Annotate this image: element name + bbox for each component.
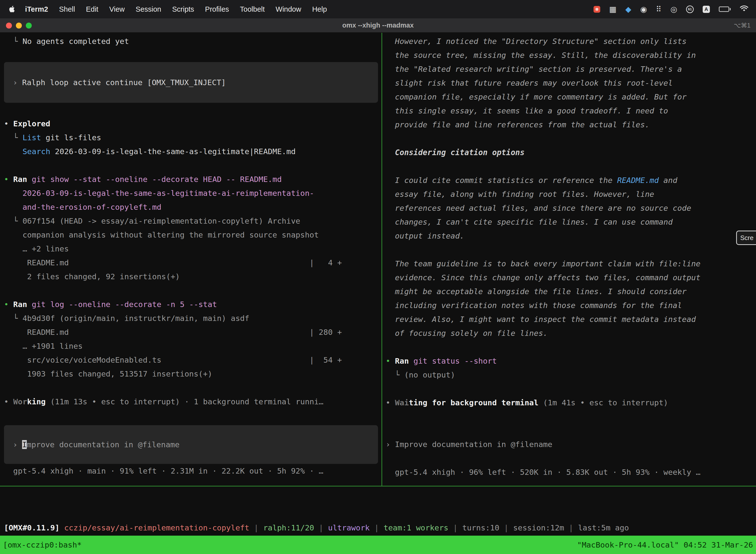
- text-segment: session:12m: [513, 523, 564, 532]
- text-segment: git status --short: [414, 356, 497, 365]
- terminal-line: └ List git ls-files: [4, 130, 381, 145]
- text-segment: └: [4, 37, 22, 46]
- window-title-bar[interactable]: omx --xhigh --madmax ⌥⌘1: [0, 18, 756, 33]
- text-segment: gpt-5.4 xhigh · 96% left · 520K in · 5.8…: [386, 467, 700, 477]
- text-segment: README.md | 4 +: [4, 258, 342, 267]
- text-segment: |: [249, 523, 263, 532]
- menu-item-window[interactable]: Window: [270, 5, 307, 13]
- screen: iTerm2ShellEditViewSessionScriptsProfile…: [0, 0, 756, 554]
- menu-item-help[interactable]: Help: [307, 5, 332, 13]
- text-segment: provide file and line references from th…: [386, 120, 649, 129]
- text-segment: ultrawork: [328, 523, 370, 532]
- text-segment: companion file, especially if more comme…: [386, 92, 687, 101]
- terminal-line: [4, 48, 381, 62]
- terminal-line: • Ran git status --short: [386, 354, 756, 368]
- terminal-line: the "Related research writing" section i…: [386, 62, 756, 76]
- text-segment: └: [386, 370, 404, 379]
- input-source-icon[interactable]: A: [703, 6, 710, 13]
- text-segment: 4b9d30f (origin/main, instructkr/main, m…: [22, 314, 250, 323]
- tmux-status-bar: [omx-cczip0:bash* "MacBook-Pro-44.local"…: [0, 536, 756, 554]
- terminal-line: … +1901 lines: [4, 339, 381, 353]
- text-segment: references need actual files, and since …: [386, 204, 691, 213]
- menu-item-toolbelt[interactable]: Toolbelt: [234, 5, 270, 13]
- terminal-line: • Explored: [4, 117, 381, 130]
- text-segment: evidence. Since this change only affects…: [386, 273, 700, 282]
- terminal-line: └ No agents completed yet: [4, 34, 381, 48]
- right-pane[interactable]: However, I noticed the "Directory Struct…: [382, 33, 756, 486]
- terminal-content: └ No agents completed yet› Ralph loop ac…: [0, 33, 756, 554]
- terminal-line: 1903 files changed, 513517 insertions(+): [4, 367, 381, 381]
- text-segment: Wor: [13, 397, 27, 406]
- tmux-session-name[interactable]: [omx-cczip0:bash*: [3, 540, 82, 549]
- text-segment: Improve documentation in @filename: [395, 440, 552, 449]
- terminal-line: including verification notes with those …: [386, 298, 756, 312]
- dots-grid-icon[interactable]: ⠿: [656, 5, 662, 14]
- terminal-line: and-the-erosion-of-copyleft.md: [4, 200, 381, 214]
- menu-item-iterm2[interactable]: iTerm2: [19, 5, 54, 13]
- menu-item-profiles[interactable]: Profiles: [200, 5, 235, 13]
- terminal-line: gpt-5.4 xhigh · 96% left · 520K in · 5.8…: [386, 465, 756, 479]
- terminal-line: gpt-5.4 xhigh · main · 91% left · 2.31M …: [4, 464, 381, 478]
- terminal-line: companion file, especially if more comme…: [386, 90, 756, 104]
- injected-command-banner[interactable]: › Ralph loop active continue [OMX_TMUX_I…: [4, 62, 378, 103]
- text-segment: •: [4, 175, 13, 184]
- terminal-line: [4, 381, 381, 395]
- text-segment: Ralph loop active continue [OMX_TMUX_INJ…: [22, 78, 226, 87]
- terminal-line: this single essay, it seems like a good …: [386, 104, 756, 118]
- terminal-line: companion analysis without altering the …: [4, 228, 381, 242]
- terminal-line: … +2 lines: [4, 242, 381, 256]
- text-segment: README.md | 280 +: [4, 328, 342, 337]
- text-segment: |: [448, 523, 462, 532]
- left-pane[interactable]: └ No agents completed yet› Ralph loop ac…: [0, 33, 381, 486]
- text-segment: Search: [22, 147, 50, 156]
- text-segment: git log --oneline --decorate -n 5 --stat: [32, 300, 217, 309]
- key-icon[interactable]: ◎: [671, 5, 677, 14]
- text-segment: 1903 files changed, 513517 insertions(+): [4, 369, 212, 378]
- text-segment: the "Related research writing" section i…: [386, 64, 682, 73]
- battery-icon[interactable]: [719, 6, 731, 12]
- menu-item-edit[interactable]: Edit: [80, 5, 104, 13]
- text-segment: [OMX#0.11.9]: [4, 523, 64, 532]
- text-segment: including verification notes with those …: [386, 301, 682, 310]
- text-segment: slight risk that future readers may over…: [386, 78, 673, 88]
- terminal-line: The team guideline is to back every impo…: [386, 257, 756, 271]
- battery-percent-icon[interactable]: 61: [686, 5, 694, 13]
- text-segment: … +2 lines: [4, 244, 69, 253]
- screen-overlay-button[interactable]: Scre: [736, 231, 756, 245]
- terminal-line: 2026-03-09-is-legal-the-same-as-legitima…: [4, 186, 381, 200]
- terminal-line: └ (no output): [386, 368, 756, 382]
- terminal-line: of focusing solely on file lines.: [386, 326, 756, 340]
- text-segment: |: [370, 523, 383, 532]
- terminal-line: README.md | 280 +: [4, 325, 381, 339]
- text-segment: I: [22, 440, 27, 449]
- terminal-line: └ 067f154 (HEAD -> essay/ai-reimplementa…: [4, 214, 381, 228]
- menu-item-session[interactable]: Session: [130, 5, 167, 13]
- terminal-line: evidence. Since this change only affects…: [386, 271, 756, 284]
- terminal-line: the source tree, missing the essay. Stil…: [386, 48, 756, 62]
- text-segment: essay file, along with finding root file…: [386, 189, 654, 199]
- text-segment: The team guideline is to back every impo…: [386, 259, 700, 268]
- text-segment: Ran: [395, 356, 409, 365]
- terminal-line: [386, 409, 756, 424]
- text-segment: List: [22, 133, 41, 142]
- terminal-line: • Working (11m 13s • esc to interrupt) ·…: [4, 395, 381, 408]
- terminal-line: changes, I can't cite specific file line…: [386, 215, 756, 229]
- terminal-line: [386, 131, 756, 146]
- terminal-line: essay file, along with finding root file…: [386, 187, 756, 201]
- prompt-input[interactable]: › Improve documentation in @filename: [4, 425, 378, 464]
- menu-item-view[interactable]: View: [104, 5, 130, 13]
- wifi-icon[interactable]: [740, 5, 749, 14]
- menu-item-shell[interactable]: Shell: [54, 5, 81, 13]
- menu-item-scripts[interactable]: Scripts: [167, 5, 200, 13]
- apple-menu-icon[interactable]: [7, 5, 19, 13]
- screen-recording-indicator[interactable]: [593, 6, 600, 13]
- terminal-line: might be acceptable alongside the file l…: [386, 284, 756, 298]
- text-segment: 2026-03-09-is-legal-the-same-as-legitima…: [50, 147, 296, 156]
- blue-app-icon[interactable]: ◆: [625, 5, 631, 14]
- text-segment: might be acceptable alongside the file l…: [386, 287, 687, 296]
- menu-items: iTerm2ShellEditViewSessionScriptsProfile…: [19, 5, 332, 13]
- window-grid-icon[interactable]: ▦: [609, 5, 616, 14]
- round-app-icon[interactable]: ◉: [640, 5, 647, 14]
- text-segment: However, I noticed the "Directory Struct…: [386, 37, 687, 46]
- terminal-line: review. Also, I might want to inspect th…: [386, 312, 756, 326]
